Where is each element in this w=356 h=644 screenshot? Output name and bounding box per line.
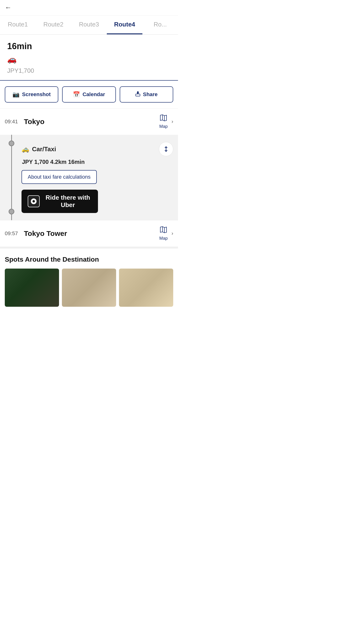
tab-route4[interactable]: Route4 (107, 16, 142, 34)
calendar-label: Calendar (82, 91, 105, 98)
spot-image-3[interactable] (119, 268, 173, 307)
spots-title: Spots Around the Destination (5, 256, 173, 263)
svg-marker-3 (160, 115, 166, 121)
tab-route2[interactable]: Route2 (36, 16, 71, 34)
taxi-fare-label: About taxi fare calculations (28, 174, 91, 180)
route-detail: 09:41 Tokyo Map › (0, 108, 178, 247)
share-label: Share (143, 91, 157, 98)
header: ← (0, 0, 178, 16)
origin-map-link[interactable]: Map › (159, 114, 173, 129)
destination-time: 09:57 (5, 230, 24, 236)
destination-stop-row: 09:57 Tokyo Tower Map › (0, 220, 178, 247)
calendar-button[interactable]: 📅 Calendar (62, 86, 116, 102)
duration-label: 16min (7, 41, 171, 51)
map-icon-destination (160, 226, 167, 235)
segment-type-label: Car/Taxi (32, 146, 56, 153)
taxi-segment-icon: 🚕 (22, 146, 29, 153)
svg-point-8 (33, 200, 35, 202)
screenshot-button[interactable]: 📷 Screenshot (5, 86, 58, 102)
segment-detail-label: JPY 1,700 4.2km 16min (22, 158, 173, 165)
tab-bar: Route1 Route2 Route3 Route4 Ro... (0, 16, 178, 34)
spot-image-2-bg (62, 268, 116, 307)
tab-route1[interactable]: Route1 (0, 16, 36, 34)
destination-name: Tokyo Tower (24, 230, 159, 238)
spot-image-1[interactable] (5, 268, 59, 307)
camera-icon: 📷 (13, 91, 20, 98)
share-icon (135, 91, 140, 98)
svg-marker-9 (160, 226, 166, 233)
uber-logo-icon (28, 195, 40, 207)
origin-chevron-icon: › (171, 118, 173, 125)
spots-section: Spots Around the Destination (0, 247, 178, 312)
spot-image-1-bg (5, 268, 59, 307)
origin-stop-row: 09:41 Tokyo Map › (0, 108, 178, 135)
calendar-icon: 📅 (73, 91, 80, 98)
destination-chevron-icon: › (171, 230, 173, 236)
screenshot-label: Screenshot (22, 91, 51, 98)
share-button[interactable]: Share (120, 86, 173, 102)
tab-route5[interactable]: Ro... (142, 16, 178, 34)
uber-label: Ride there with Uber (44, 194, 92, 209)
segment-section: 🚕 Car/Taxi JPY 1,700 4.2km 16min About t… (0, 135, 178, 220)
tab-route3[interactable]: Route3 (71, 16, 107, 34)
route-switch-button[interactable] (159, 142, 173, 156)
origin-map-label: Map (159, 124, 168, 129)
destination-map-label: Map (159, 236, 168, 241)
map-icon-origin (160, 114, 167, 123)
route-summary: 16min 🚗 JPY1,700 (0, 34, 178, 80)
destination-map-link[interactable]: Map › (159, 226, 173, 241)
origin-time: 09:41 (5, 118, 24, 125)
origin-name: Tokyo (24, 118, 159, 126)
svg-marker-1 (137, 91, 139, 93)
spots-images (5, 268, 173, 307)
action-buttons: 📷 Screenshot 📅 Calendar Share (0, 80, 178, 108)
segment-content: 🚕 Car/Taxi JPY 1,700 4.2km 16min About t… (0, 135, 178, 220)
uber-button[interactable]: Ride there with Uber (22, 190, 98, 213)
price-label: JPY1,700 (7, 67, 171, 74)
taxi-fare-button[interactable]: About taxi fare calculations (22, 170, 97, 184)
svg-rect-2 (136, 94, 140, 96)
spot-image-2[interactable] (62, 268, 116, 307)
back-button[interactable]: ← (5, 4, 12, 11)
spot-image-3-bg (119, 268, 173, 307)
car-icon: 🚗 (7, 54, 171, 64)
